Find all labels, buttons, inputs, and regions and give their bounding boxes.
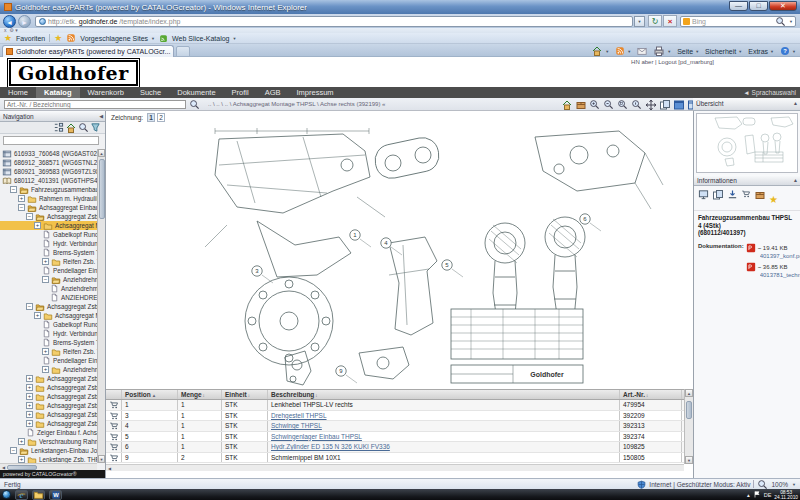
tree-item[interactable]: 616933_760648 (WG6AST0254618462) bbox=[0, 149, 97, 158]
tree-item[interactable]: −Lenkstangen-Einbau Jochlenkung bbox=[0, 446, 97, 455]
column-header-artnr[interactable]: Art.-Nr.↕ bbox=[620, 390, 682, 399]
tree-item[interactable]: +Achsaggregat Zsb. THPSL bbox=[0, 410, 97, 419]
menu-item-impressum[interactable]: Impressum bbox=[289, 87, 342, 98]
tree-toggle-icon[interactable]: + bbox=[42, 258, 49, 265]
tree-item[interactable]: +Reifen Zsb. THPSL bbox=[0, 347, 97, 356]
cmd-print[interactable]: ▼ bbox=[653, 45, 671, 57]
scroll-left-icon[interactable]: ◀ bbox=[0, 465, 7, 470]
home-icon[interactable] bbox=[560, 98, 573, 111]
scroll-down-icon[interactable]: ▼ bbox=[98, 455, 105, 463]
tree-item[interactable]: +Achsaggregat Montage THPS... bbox=[0, 221, 97, 230]
sort-icon[interactable]: ↕ bbox=[248, 393, 250, 398]
tree-item[interactable]: −Fahrzeugzusammenbau THPSL 4 (4... bbox=[0, 185, 97, 194]
menu-item-warenkorb[interactable]: Warenkorb bbox=[80, 87, 132, 98]
tree-item[interactable]: +Achsaggregat Montage THPS... bbox=[0, 311, 97, 320]
tree-item[interactable]: Brems-System THPSL bbox=[0, 248, 97, 257]
web-slice-button[interactable]: Web Slice-Katalog▼ bbox=[172, 35, 236, 42]
tree-toggle-icon[interactable]: + bbox=[42, 348, 49, 355]
cmd-read-mail[interactable] bbox=[637, 46, 647, 56]
menu-item-suche[interactable]: Suche bbox=[132, 87, 169, 98]
cmd-home-menu[interactable]: ▼ bbox=[591, 45, 609, 57]
tree-hscrollbar[interactable]: ◀ bbox=[0, 463, 97, 470]
menu-item-home[interactable]: Home bbox=[0, 87, 36, 98]
tree-toggle-icon[interactable]: + bbox=[26, 402, 33, 409]
tree-item[interactable]: −Achsaggregat Zsb. THPSL bbox=[0, 302, 97, 311]
tree-item[interactable]: +Achsaggregat Zsb. THPSL bbox=[0, 374, 97, 383]
tree-item[interactable]: +Verschraubung Rahmen a. Ac... bbox=[0, 437, 97, 446]
tree-item[interactable]: Pendellager Einbau THPSL bbox=[0, 266, 97, 275]
zoom-actual-icon[interactable] bbox=[630, 98, 643, 111]
table-scroll-up-icon[interactable]: ▲ bbox=[685, 389, 693, 397]
tree-item[interactable]: ANZIEHDREHMOMENT-S... bbox=[0, 293, 97, 302]
tree-item[interactable]: −Achsaggregat Zsb. THPSL bbox=[0, 212, 97, 221]
technical-drawing[interactable]: Goldhofer 134569 bbox=[107, 125, 692, 387]
tree-item[interactable]: Brems-System THPSL bbox=[0, 338, 97, 347]
pan-icon[interactable] bbox=[644, 98, 657, 111]
page-2[interactable]: 2 bbox=[157, 113, 165, 122]
taskbar-word-icon[interactable]: W bbox=[49, 490, 62, 500]
table-scroll-down-icon[interactable]: ▼ bbox=[685, 456, 693, 464]
overview-collapse-icon[interactable]: ▲ bbox=[793, 98, 798, 109]
tree-toggle-icon[interactable]: − bbox=[10, 186, 17, 193]
tree-toggle-icon[interactable]: + bbox=[26, 420, 33, 427]
tree-item[interactable]: +Achsaggregat Zsb. THPSL bbox=[0, 383, 97, 392]
zoom-in-icon[interactable] bbox=[588, 98, 601, 111]
cmd-safety-menu[interactable]: Sicherheit▼ bbox=[705, 48, 742, 55]
artnr-search-icon[interactable] bbox=[189, 99, 200, 110]
favorites-button[interactable]: Favoriten bbox=[16, 35, 45, 42]
tree-toggle-icon[interactable]: + bbox=[34, 222, 41, 229]
tree-toggle-icon[interactable]: + bbox=[42, 366, 49, 373]
column-header-beschreibung[interactable]: Beschreibung↕ bbox=[268, 390, 620, 399]
zoom-dropdown-icon[interactable]: ▼ bbox=[792, 482, 796, 487]
stop-button[interactable]: × bbox=[663, 15, 677, 27]
zoom-icon[interactable] bbox=[757, 479, 768, 490]
tree-item[interactable]: Pendellager Einbau THPSL bbox=[0, 356, 97, 365]
add-to-cart-icon[interactable] bbox=[106, 453, 122, 463]
cell-beschreibung[interactable]: Hydr.Zylinder ED 135 N 326 KUKI FV336 bbox=[268, 442, 620, 452]
minimize-button[interactable]: — bbox=[729, 1, 748, 11]
tree-item[interactable]: +Anziehdrehmomente bbox=[0, 365, 97, 374]
zoom-out-icon[interactable] bbox=[602, 98, 615, 111]
table-row[interactable]: 51STKSchwingenlager Einbau THPSL392374 bbox=[106, 432, 693, 443]
start-button[interactable] bbox=[2, 490, 11, 499]
add-to-cart-icon[interactable] bbox=[106, 432, 122, 442]
tree-toggle-icon[interactable]: + bbox=[18, 438, 25, 445]
back-button[interactable]: ◄ bbox=[3, 15, 16, 28]
action-center-icon[interactable] bbox=[753, 490, 761, 499]
cmd-page-menu[interactable]: Seite▼ bbox=[677, 48, 699, 55]
table-row[interactable]: 31STKDrehgestell THPSL392209 bbox=[106, 411, 693, 422]
tree-toggle-icon[interactable]: − bbox=[10, 447, 17, 454]
suggested-sites-button[interactable]: Vorgeschlagene Sites▼ bbox=[80, 35, 155, 42]
tree-toggle-icon[interactable]: + bbox=[26, 375, 33, 382]
table-row[interactable]: 11STKLenkhebel THPSL-LV rechts479954 bbox=[106, 400, 693, 411]
scroll-thumb[interactable] bbox=[99, 159, 105, 219]
add-to-cart-icon[interactable] bbox=[106, 442, 122, 452]
scroll-up-icon[interactable]: ▲ bbox=[98, 149, 105, 157]
tree-item[interactable]: Gabelkopf Rundloch kpl. bbox=[0, 320, 97, 329]
table-row[interactable]: 61STKHydr.Zylinder ED 135 N 326 KUKI FV3… bbox=[106, 442, 693, 453]
close-button[interactable]: ✕ bbox=[769, 1, 797, 11]
tree-toggle-icon[interactable]: − bbox=[42, 276, 49, 283]
table-row[interactable]: 41STKSchwinge THPSL392313 bbox=[106, 421, 693, 432]
taskbar-ie-icon[interactable]: e bbox=[15, 490, 28, 500]
column-header-position[interactable]: Position▲ bbox=[122, 390, 178, 399]
table-scroll-left-icon[interactable]: ◀ bbox=[106, 466, 113, 471]
column-header-einheit[interactable]: Einheit↕ bbox=[222, 390, 268, 399]
sort-icon[interactable]: ↕ bbox=[646, 393, 648, 398]
add-favorite-icon[interactable]: ★ bbox=[4, 34, 12, 43]
cart-icon[interactable] bbox=[741, 189, 751, 207]
cell-beschreibung[interactable]: Drehgestell THPSL bbox=[268, 411, 620, 421]
tab-goldhofer[interactable]: Goldhofer easyPARTs (powered by CATALOGc… bbox=[2, 45, 174, 57]
package-icon[interactable] bbox=[574, 98, 587, 111]
language-select[interactable]: ◄ Sprachauswahl bbox=[743, 87, 796, 98]
tree-item[interactable]: Hydr. Verbindung Achsagg... bbox=[0, 239, 97, 248]
window-blue-icon[interactable] bbox=[672, 98, 685, 111]
menu-item-profil[interactable]: Profil bbox=[224, 87, 257, 98]
informationen-collapse-icon[interactable]: ▲ bbox=[793, 175, 798, 186]
menu-item-agb[interactable]: AGB bbox=[257, 87, 289, 98]
table-hscrollbar[interactable]: ◀ bbox=[106, 464, 684, 471]
tree-item[interactable]: 686912_368571 (WG6STNL2690808731) bbox=[0, 158, 97, 167]
artnr-search-input[interactable] bbox=[4, 100, 186, 109]
taskbar-clock[interactable]: 08:53 24.11.2010 bbox=[774, 490, 798, 500]
expand-tree-icon[interactable] bbox=[53, 122, 64, 133]
